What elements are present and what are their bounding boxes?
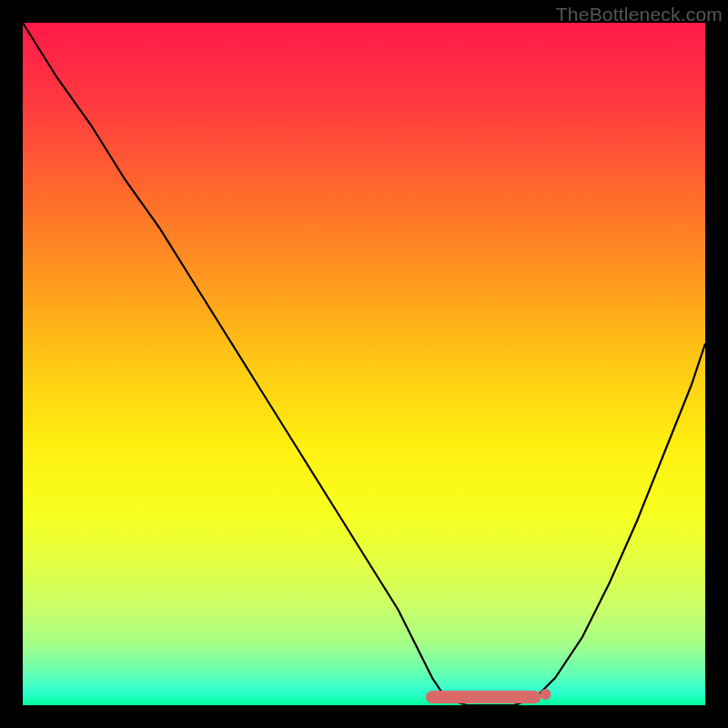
optimal-point	[541, 689, 551, 700]
chart-overlay	[0, 0, 728, 728]
chart-container: TheBottleneck.com	[0, 0, 728, 728]
curve-line	[23, 23, 705, 705]
